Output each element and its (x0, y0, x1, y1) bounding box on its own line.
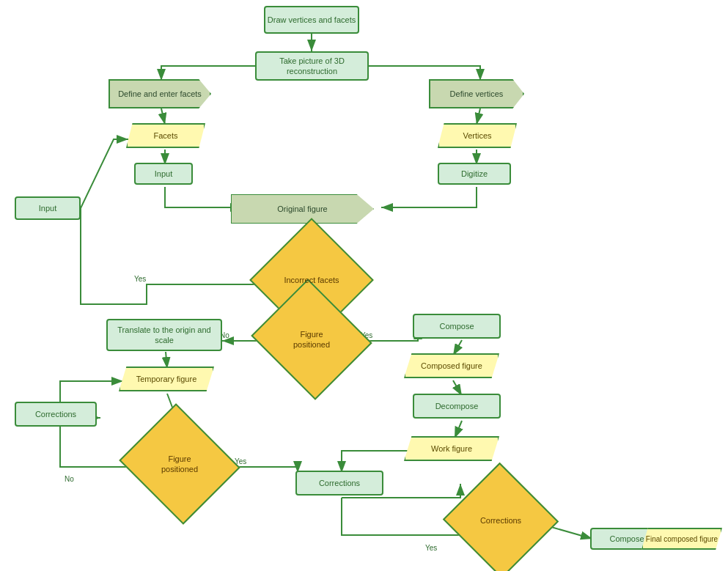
take-picture-label: Take picture of 3D reconstruction (257, 56, 367, 77)
vertices-label: Vertices (463, 131, 491, 140)
define-facets-node: Define and enter facets (109, 79, 211, 108)
svg-line-3 (477, 108, 480, 125)
digitize-label: Digitize (461, 169, 488, 179)
take-picture-node: Take picture of 3D reconstruction (255, 51, 369, 81)
input-top-node: Input (134, 163, 193, 185)
work-figure-node: Work figure (404, 436, 499, 461)
svg-line-8 (166, 352, 167, 369)
composed-figure-node: Composed figure (404, 353, 499, 378)
compose-label: Compose (439, 321, 474, 331)
define-vertices-label: Define vertices (450, 89, 504, 98)
temp-figure-label: Temporary figure (136, 375, 197, 383)
facets-label: Facets (153, 131, 177, 140)
draw-vertices-label: Draw vertices and facets (268, 15, 356, 25)
input-left-label: Input (39, 203, 56, 213)
draw-vertices-node: Draw vertices and facets (264, 6, 359, 34)
label-yes4: Yes (425, 544, 437, 552)
flowchart: Yes No No Yes Yes No No Yes Draw vertice… (0, 0, 728, 571)
figure-positioned2-label: Figurepositioned (161, 454, 198, 475)
figure-positioned1-node: Figurepositioned (266, 299, 357, 380)
translate-label: Translate to the origin and scale (108, 325, 221, 346)
vertices-node: Vertices (438, 123, 517, 148)
final-composed-label: Final composed figure (646, 535, 718, 543)
compose-bottom-label: Compose (609, 534, 644, 544)
svg-line-2 (161, 108, 165, 125)
decompose-label: Decompose (435, 401, 479, 411)
label-yes1: Yes (134, 275, 146, 283)
temp-figure-node: Temporary figure (119, 366, 214, 391)
corrections-mid-node: Corrections (295, 471, 383, 496)
input-left-node: Input (15, 196, 81, 220)
corrections-mid-label: Corrections (319, 478, 360, 488)
corrections-left-label: Corrections (35, 409, 76, 419)
final-composed-node: Final composed figure (641, 528, 722, 550)
label-no3: No (65, 475, 74, 483)
svg-line-12 (455, 421, 462, 438)
decompose-node: Decompose (413, 394, 501, 419)
svg-line-9 (453, 340, 462, 356)
work-figure-label: Work figure (431, 444, 472, 453)
facets-node: Facets (126, 123, 205, 148)
define-facets-label: Define and enter facets (118, 89, 202, 98)
corrections-left-node: Corrections (15, 402, 97, 427)
corrections-diamond-node: Corrections (459, 480, 543, 561)
define-vertices-node: Define vertices (429, 79, 524, 108)
figure-positioned2-node: Figurepositioned (134, 424, 225, 504)
corrections-diamond-label: Corrections (480, 515, 521, 526)
translate-node: Translate to the origin and scale (106, 319, 222, 351)
digitize-node: Digitize (438, 163, 511, 185)
incorrect-facets-label: Incorrect facets (284, 275, 339, 285)
composed-figure-label: Composed figure (421, 361, 482, 370)
compose-node: Compose (413, 314, 501, 339)
original-figure-node: Original figure (231, 194, 374, 224)
original-figure-label: Original figure (277, 205, 327, 213)
input-top-label: Input (155, 169, 172, 179)
figure-positioned1-label: Figurepositioned (293, 329, 330, 350)
